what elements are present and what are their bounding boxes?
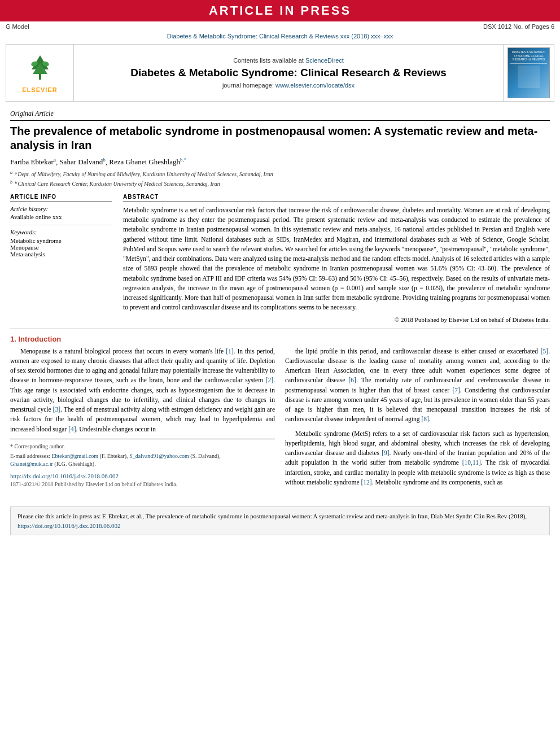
sciencedirect-link[interactable]: ScienceDirect xyxy=(305,57,344,64)
intro-left-col: Menopause is a natural biological proces… xyxy=(10,347,275,492)
citation-box: Please cite this article in press as: F.… xyxy=(10,506,550,535)
email2-name: (S. Dalvand), xyxy=(190,453,221,459)
email3-name: (R.G. Gheshlagh). xyxy=(54,461,95,467)
article-history-label: Article history: xyxy=(10,206,112,212)
journal-header-left: ELSEVIER xyxy=(6,45,74,101)
article-type: Original Article xyxy=(10,110,550,121)
email2-link[interactable]: S_dalvand91@yahoo.com xyxy=(129,453,189,459)
doi-link-area: http://dx.doi.org/10.1016/j.dsx.2018.06.… xyxy=(10,473,275,487)
abstract-column: ABSTRACT Metabolic syndrome is a set of … xyxy=(123,194,550,323)
journal-link-line: Diabetes & Metabolic Syndrome: Clinical … xyxy=(0,32,560,41)
intro-right-col: the lipid profile in this period, and ca… xyxy=(285,347,550,492)
intro-para-right-2: Metabolic syndrome (MetS) refers to a se… xyxy=(285,429,550,488)
article-available: Available online xxx xyxy=(10,213,112,220)
journal-title-display: Diabetes & Metabolic Syndrome: Clinical … xyxy=(130,66,447,80)
journal-link[interactable]: Diabetes & Metabolic Syndrome: Clinical … xyxy=(167,33,393,40)
keyword-2: Menopause xyxy=(10,244,112,251)
issn-line: 1871-4021/© 2018 Published by Elsevier L… xyxy=(10,481,275,487)
journal-header: ELSEVIER Contents lists available at Sci… xyxy=(6,44,554,102)
journal-cover-area: DIABETES & METABOLIC SYNDROME CLINICAL R… xyxy=(503,45,554,101)
section-divider-1 xyxy=(10,329,550,329)
footnote-area: * Corresponding author. E-mail addresses… xyxy=(10,439,275,468)
introduction-body: Menopause is a natural biological proces… xyxy=(10,347,550,492)
corresponding-note: * Corresponding author. xyxy=(10,443,275,451)
journal-homepage: journal homepage: www.elsevier.com/locat… xyxy=(222,82,355,89)
elsevier-tree-icon xyxy=(26,53,54,84)
email-addresses: E-mail addresses: Ebtekar@gmail.com (F. … xyxy=(10,452,275,460)
keywords-heading: Keywords: xyxy=(10,229,112,235)
abstract-section: ARTICLE INFO Article history: Available … xyxy=(10,194,550,323)
email1-link[interactable]: Ebtekar@gmail.com xyxy=(51,453,98,459)
affiliation-a: a ᵃ Dept. of Midwifery, Faculty of Nursi… xyxy=(10,169,550,178)
abstract-heading: ABSTRACT xyxy=(123,194,550,202)
keyword-1: Metabolic syndrome xyxy=(10,237,112,244)
intro-para-1: Menopause is a natural biological proces… xyxy=(10,347,275,434)
journal-header-main: Contents lists available at ScienceDirec… xyxy=(74,45,503,101)
affiliation-b: b ᵇ Clinical Care Research Center, Kurdi… xyxy=(10,179,550,188)
article-info-column: ARTICLE INFO Article history: Available … xyxy=(10,194,112,323)
contents-line: Contents lists available at ScienceDirec… xyxy=(233,57,344,64)
email3-link[interactable]: Ghanei@muk.ac.ir xyxy=(10,461,53,467)
journal-cover-thumbnail: DIABETES & METABOLIC SYNDROME CLINICAL R… xyxy=(508,47,550,98)
citation-doi-link[interactable]: https://doi.org/10.1016/j.dsx.2018.06.00… xyxy=(18,522,121,529)
authors: Fariba Ebtekara, Sahar Dalvandb, Reza Gh… xyxy=(10,157,550,167)
abstract-text: Metabolic syndrome is a set of cardiovas… xyxy=(123,206,550,313)
keyword-3: Meta-analysis xyxy=(10,251,112,257)
svg-rect-0 xyxy=(39,74,41,80)
email3-line: Ghanei@muk.ac.ir (R.G. Gheshlagh). xyxy=(10,460,275,468)
article-in-press-banner: ARTICLE IN PRESS xyxy=(0,0,560,21)
affiliations: a ᵃ Dept. of Midwifery, Faculty of Nursi… xyxy=(10,169,550,188)
cover-title-text: DIABETES & METABOLIC SYNDROME CLINICAL R… xyxy=(510,50,547,62)
g-model-label: G Model xyxy=(6,23,29,30)
copyright-line: © 2018 Published by Elsevier Ltd on beha… xyxy=(123,316,550,323)
email-label: E-mail addresses: xyxy=(10,453,50,459)
elsevier-logo: ELSEVIER xyxy=(22,53,57,93)
article-info-heading: ARTICLE INFO xyxy=(10,194,112,202)
citation-text: Please cite this article in press as: F.… xyxy=(18,513,527,519)
email1-name: (F. Ebtekar), xyxy=(100,453,128,459)
introduction-heading: 1. Introduction xyxy=(10,335,550,343)
doi-link[interactable]: http://dx.doi.org/10.1016/j.dsx.2018.06.… xyxy=(10,473,119,479)
article-title: The prevalence of metabolic syndrome in … xyxy=(10,124,550,152)
doc-ref: DSX 1012 No. of Pages 6 xyxy=(483,23,554,30)
article-content: Original Article The prevalence of metab… xyxy=(0,105,560,502)
g-model-line: G Model DSX 1012 No. of Pages 6 xyxy=(0,21,560,32)
intro-para-right-1: the lipid profile in this period, and ca… xyxy=(285,347,550,425)
homepage-url[interactable]: www.elsevier.com/locate/dsx xyxy=(275,82,355,89)
